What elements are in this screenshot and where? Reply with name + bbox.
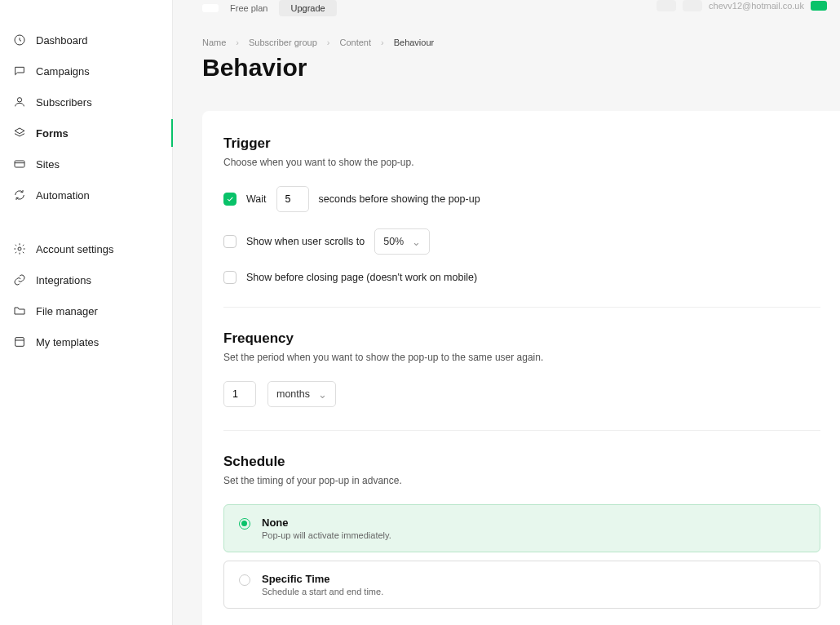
- layers-icon: [13, 126, 26, 140]
- sidebar-item-sites[interactable]: Sites: [0, 148, 172, 180]
- trigger-close-row: Show before closing page (doesn't work o…: [223, 271, 820, 284]
- user-icon: [13, 95, 26, 109]
- breadcrumb-name[interactable]: Name: [202, 38, 226, 47]
- trigger-section: Trigger Choose when you want to show the…: [223, 135, 820, 308]
- template-icon: [13, 335, 26, 348]
- sidebar-item-file-manager[interactable]: File manager: [0, 295, 172, 326]
- gear-icon: [13, 242, 26, 255]
- svg-point-1: [17, 98, 21, 102]
- svg-rect-2: [15, 161, 24, 167]
- refresh-icon: [13, 188, 26, 202]
- breadcrumb-content[interactable]: Content: [339, 38, 371, 47]
- wait-label: Wait: [246, 193, 267, 205]
- chevron-right-icon: ›: [236, 38, 239, 47]
- sidebar-item-label: Dashboard: [36, 34, 88, 47]
- svg-point-4: [18, 247, 21, 250]
- chevron-right-icon: ›: [327, 38, 330, 47]
- plan-box: [202, 4, 219, 12]
- schedule-none-label: None: [262, 516, 391, 529]
- folder-icon: [13, 304, 26, 317]
- scroll-checkbox[interactable]: [223, 235, 237, 248]
- sidebar-item-label: Campaigns: [36, 65, 90, 78]
- sidebar-item-dashboard[interactable]: Dashboard: [0, 24, 172, 55]
- trigger-scroll-row: Show when user scrolls to 50% ⌄: [223, 228, 820, 255]
- topbar: Free plan Upgrade chevv12@hotmail.co.uk: [173, 0, 840, 26]
- sidebar-item-label: Subscribers: [36, 96, 92, 109]
- breadcrumb-subscriber-group[interactable]: Subscriber group: [249, 38, 317, 47]
- user-avatar-badge[interactable]: [811, 1, 827, 11]
- topbar-icon-1[interactable]: [657, 0, 676, 11]
- sidebar-item-label: My templates: [36, 336, 99, 348]
- content-card: Trigger Choose when you want to show the…: [202, 111, 840, 625]
- close-checkbox[interactable]: [223, 271, 237, 284]
- link-icon: [13, 273, 26, 286]
- trigger-wait-row: Wait seconds before showing the pop-up: [223, 186, 820, 212]
- schedule-section: Schedule Set the timing of your pop-up i…: [223, 454, 820, 609]
- wait-checkbox[interactable]: [223, 193, 237, 206]
- main-content: Free plan Upgrade chevv12@hotmail.co.uk …: [173, 0, 840, 625]
- user-email[interactable]: chevv12@hotmail.co.uk: [709, 1, 804, 11]
- breadcrumbs: Name › Subscriber group › Content › Beha…: [173, 26, 840, 47]
- schedule-option-none[interactable]: None Pop-up will activate immediately.: [223, 504, 820, 552]
- sidebar-item-forms[interactable]: Forms: [0, 117, 172, 148]
- frequency-desc: Set the period when you want to show the…: [223, 352, 820, 363]
- wait-seconds-input[interactable]: [276, 186, 309, 212]
- sidebar-item-label: Account settings: [36, 243, 113, 255]
- sidebar-item-campaigns[interactable]: Campaigns: [0, 55, 172, 86]
- chevron-down-icon: ⌄: [318, 388, 327, 401]
- plan-label: Free plan: [230, 3, 267, 13]
- schedule-option-specific-time[interactable]: Specific Time Schedule a start and end t…: [223, 561, 820, 609]
- scroll-percent-value: 50%: [383, 236, 404, 247]
- sidebar-item-subscribers[interactable]: Subscribers: [0, 86, 172, 117]
- topbar-icon-2[interactable]: [683, 0, 702, 11]
- sidebar-item-integrations[interactable]: Integrations: [0, 264, 172, 295]
- schedule-radio-none[interactable]: [239, 518, 250, 530]
- sidebar-item-label: Automation: [36, 189, 90, 202]
- sidebar-item-account-settings[interactable]: Account settings: [0, 233, 172, 264]
- page-title: Behavior: [173, 47, 840, 98]
- frequency-value-input[interactable]: [223, 381, 256, 407]
- upgrade-button[interactable]: Upgrade: [279, 0, 336, 16]
- schedule-specific-sub: Schedule a start and end time.: [262, 587, 383, 596]
- sidebar-item-label: Forms: [36, 127, 69, 140]
- wait-suffix: seconds before showing the pop-up: [319, 193, 480, 205]
- sidebar-item-label: File manager: [36, 305, 98, 317]
- schedule-radio-specific[interactable]: [239, 574, 250, 586]
- frequency-title: Frequency: [223, 330, 820, 347]
- scroll-percent-select[interactable]: 50% ⌄: [374, 228, 430, 255]
- sidebar: Dashboard Campaigns Subscribers Forms Si…: [0, 0, 173, 625]
- schedule-title: Schedule: [223, 454, 820, 470]
- close-label: Show before closing page (doesn't work o…: [246, 272, 477, 283]
- frequency-unit-value: months: [276, 388, 310, 400]
- schedule-specific-label: Specific Time: [262, 573, 383, 585]
- frequency-unit-select[interactable]: months ⌄: [267, 381, 336, 407]
- sidebar-item-automation[interactable]: Automation: [0, 180, 172, 211]
- svg-rect-5: [15, 338, 24, 347]
- trigger-title: Trigger: [223, 135, 820, 152]
- card-icon: [13, 157, 26, 171]
- schedule-desc: Set the timing of your pop-up in advance…: [223, 475, 820, 486]
- sidebar-item-my-templates[interactable]: My templates: [0, 326, 172, 357]
- clock-icon: [13, 33, 26, 47]
- sidebar-item-label: Integrations: [36, 274, 91, 286]
- breadcrumb-behaviour[interactable]: Behaviour: [394, 38, 435, 47]
- scroll-label: Show when user scrolls to: [246, 236, 365, 247]
- trigger-desc: Choose when you want to show the pop-up.: [223, 157, 820, 168]
- chevron-right-icon: ›: [381, 38, 384, 47]
- schedule-none-sub: Pop-up will activate immediately.: [262, 530, 391, 540]
- comment-icon: [13, 64, 26, 78]
- frequency-section: Frequency Set the period when you want t…: [223, 330, 820, 431]
- sidebar-item-label: Sites: [36, 158, 60, 171]
- chevron-down-icon: ⌄: [412, 236, 421, 248]
